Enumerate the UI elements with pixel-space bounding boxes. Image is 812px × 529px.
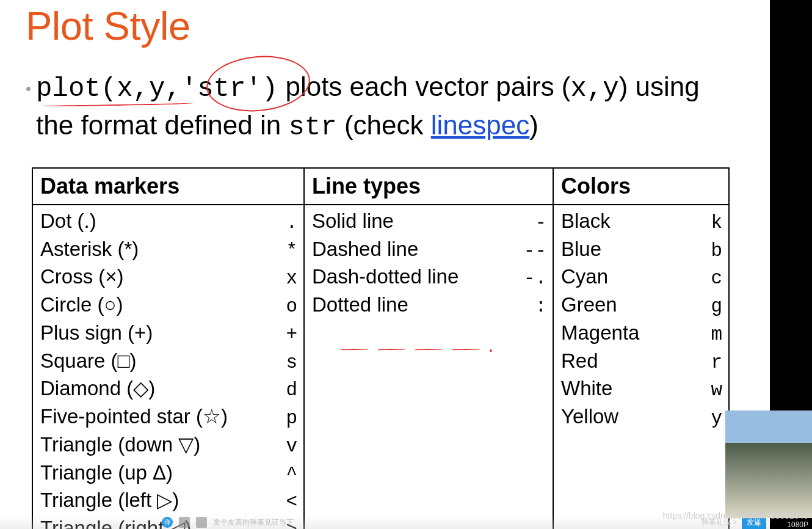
- row-label: Triangle (left ▷): [40, 487, 179, 513]
- colors-header: Colors: [554, 169, 728, 205]
- table-row: Cross (×)x: [40, 263, 297, 291]
- colors-rows: BlackkBluebCyancGreengMagentamRedrWhitew…: [554, 205, 728, 435]
- row-code: :: [524, 295, 546, 319]
- linetypes-column: Line types Solid line-Dashed line--Dash-…: [305, 169, 554, 529]
- webcam-overlay: [725, 410, 812, 518]
- player-left-controls: 弹 发个友善的弹幕见证当下: [162, 516, 323, 529]
- row-code: <: [275, 491, 297, 514]
- table-row: Triangle (down ▽)v: [40, 431, 297, 459]
- row-code: o: [275, 295, 297, 319]
- row-label: Cross (×): [40, 264, 124, 289]
- row-code: p: [275, 407, 297, 431]
- row-label: Plus sign (+): [40, 320, 153, 345]
- slide-content: Plot Style • plot(x,y,'str') plots each …: [0, 0, 770, 529]
- table-row: Dotted line:: [312, 291, 546, 319]
- danmu-input[interactable]: 发个友善的弹幕见证当下: [213, 517, 323, 528]
- markers-header: Data markers: [33, 169, 303, 205]
- row-label: Solid line: [312, 208, 394, 233]
- row-code: x: [275, 267, 297, 291]
- danmu-toggle-button[interactable]: 弹: [162, 517, 173, 528]
- table-row: Triangle (up Δ)^: [40, 459, 297, 487]
- table-row: Circle (○)o: [40, 291, 297, 319]
- slide-title: Plot Style: [0, 0, 770, 55]
- row-label: Black: [561, 208, 611, 233]
- markers-column: Data markers Dot (.).Asterisk (*)*Cross …: [32, 169, 305, 529]
- text-check-close: ): [529, 110, 538, 140]
- row-code: w: [700, 379, 722, 403]
- row-code: v: [275, 435, 297, 459]
- row-label: Dot (.): [40, 208, 96, 233]
- table-row: Five-pointed star (☆)p: [40, 403, 297, 431]
- row-label: Five-pointed star (☆): [40, 404, 228, 429]
- row-code: .: [275, 211, 297, 235]
- row-label: White: [561, 376, 612, 401]
- table-row: Triangle (left ▷)<: [40, 487, 297, 515]
- row-code: k: [700, 211, 722, 235]
- table-row: Diamond (◇)d: [40, 375, 297, 403]
- danmu-font-icon[interactable]: [196, 517, 207, 528]
- linetypes-header: Line types: [305, 169, 553, 205]
- row-label: Dotted line: [312, 292, 408, 317]
- row-label: Asterisk (*): [40, 236, 139, 261]
- row-label: Yellow: [561, 404, 618, 429]
- table-row: Asterisk (*)*: [40, 236, 297, 264]
- row-label: Green: [561, 292, 617, 317]
- table-row: Blackk: [561, 208, 722, 236]
- row-label: Cyan: [561, 264, 608, 289]
- table-row: Dashed line--: [312, 236, 546, 264]
- row-code: b: [700, 239, 722, 263]
- row-label: Dash-dotted line: [312, 264, 459, 289]
- row-label: Magenta: [561, 320, 639, 345]
- bullet-marker: •: [26, 68, 36, 146]
- row-code: r: [700, 351, 722, 375]
- volume-icon[interactable]: [755, 519, 763, 528]
- row-code: -: [524, 211, 546, 235]
- row-code: *: [275, 239, 297, 263]
- row-code: +: [275, 323, 297, 347]
- row-label: Red: [561, 348, 598, 373]
- danmu-settings-icon[interactable]: [179, 517, 190, 528]
- row-label: Dashed line: [312, 236, 418, 261]
- row-code: ^: [275, 463, 297, 487]
- row-label: Diamond (◇): [40, 376, 155, 401]
- colors-column: Colors BlackkBluebCyancGreengMagentamRed…: [554, 169, 730, 529]
- table-row: Plus sign (+)+: [40, 319, 297, 348]
- code-plot-prefix: plot(x,y,: [36, 73, 181, 104]
- table-row: Blueb: [561, 236, 722, 264]
- table-row: Dot (.).: [40, 208, 297, 236]
- table-row: Solid line-: [312, 208, 546, 236]
- row-label: Blue: [561, 236, 601, 261]
- table-row: Greeng: [561, 291, 722, 319]
- markers-rows: Dot (.).Asterisk (*)*Cross (×)xCircle (○…: [33, 205, 303, 529]
- code-xy: x,y: [571, 73, 619, 104]
- row-code: -.: [524, 267, 546, 291]
- table-row: Cyanc: [561, 263, 722, 291]
- row-label: Square (□): [40, 348, 137, 373]
- row-code: s: [275, 351, 297, 375]
- row-label: Triangle (down ▽): [40, 432, 200, 457]
- player-controls-bar: [0, 516, 770, 529]
- row-code: d: [275, 379, 297, 403]
- table-row: Square (□)s: [40, 348, 297, 376]
- format-table: Data markers Dot (.).Asterisk (*)*Cross …: [32, 167, 730, 529]
- bullet-text: plot(x,y,'str') plots each vector pairs …: [36, 68, 708, 146]
- bullet-item: • plot(x,y,'str') plots each vector pair…: [0, 55, 770, 146]
- table-row: Magentam: [561, 319, 722, 348]
- row-label: Triangle (up Δ): [40, 460, 173, 485]
- row-code: --: [524, 239, 546, 263]
- row-code: g: [700, 295, 722, 319]
- table-row: Whitew: [561, 375, 722, 403]
- row-code: c: [700, 267, 722, 291]
- table-row: Yellowy: [561, 403, 722, 431]
- row-code: y: [700, 407, 722, 431]
- quality-label[interactable]: 1080P: [787, 520, 808, 529]
- row-label: Circle (○): [40, 292, 123, 317]
- table-row: Redr: [561, 348, 722, 376]
- row-code: m: [700, 323, 722, 347]
- code-plot-suffix: ): [262, 73, 278, 104]
- linetypes-rows: Solid line-Dashed line--Dash-dotted line…: [305, 205, 553, 323]
- linespec-link[interactable]: linespec: [431, 110, 529, 140]
- code-str: str: [288, 112, 336, 142]
- text-check-open: (check: [337, 110, 431, 140]
- code-plot-arg: 'str': [181, 73, 262, 104]
